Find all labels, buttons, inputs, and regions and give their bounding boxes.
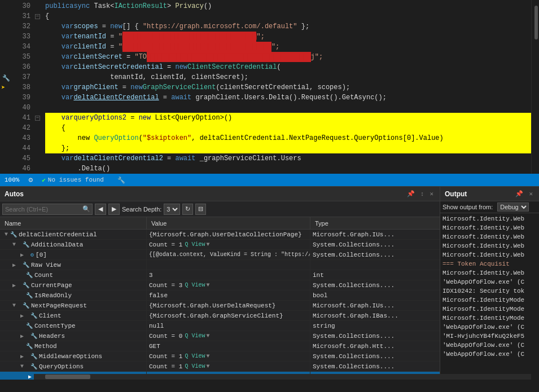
- bottom-panel: Autos 📌 ↕ ✕ 🔍 ◀ ▶ Search Depth: 3 1 2 4 …: [0, 186, 539, 380]
- search-input[interactable]: [3, 206, 81, 213]
- prop-icon: 🔧: [26, 323, 33, 329]
- expand-icon[interactable]: ▼: [2, 231, 10, 237]
- line-numbers: 30 31 32 33 34 35 36 37 38 39 40 41 42 4…: [11, 0, 35, 174]
- pin-output-icon[interactable]: 📌: [514, 190, 525, 198]
- unpin-icon[interactable]: ↕: [419, 190, 426, 198]
- obj-icon: ⊙: [30, 252, 34, 258]
- build-icon: 🔧: [117, 177, 125, 184]
- table-row[interactable]: ▶🔧Client {Microsoft.Graph.GraphServiceCl…: [0, 311, 440, 321]
- back-button[interactable]: ◀: [95, 204, 106, 215]
- editor-scrollbar[interactable]: [531, 0, 539, 174]
- expand-icon[interactable]: ▶: [18, 312, 26, 319]
- table-row[interactable]: ▼🔧QueryOptions Count = 1Q View▼ System.C…: [0, 362, 440, 372]
- panel-actions: 📌 ↕ ✕: [405, 190, 435, 198]
- prop-icon: 🔧: [10, 231, 17, 238]
- prop-icon: 🔧: [26, 272, 33, 279]
- output-line: Microsoft.Identity.Web: [442, 214, 537, 223]
- expand-icon[interactable]: ▼: [18, 363, 26, 369]
- output-line: 'MI-HvjuhcYB4fKuQ2keF5: [442, 332, 537, 341]
- autos-table-body[interactable]: ▼🔧deltaClientCredential {Microsoft.Graph…: [0, 230, 440, 380]
- view-link[interactable]: Q View: [185, 353, 205, 359]
- output-line: Microsoft.IdentityMode: [442, 305, 537, 314]
- collapse-column: − −: [35, 0, 43, 174]
- table-row[interactable]: ▼🔧AdditionalData Count = 1Q View▼ System…: [0, 240, 440, 250]
- col-name: Name: [0, 217, 147, 229]
- output-title: Output: [445, 190, 467, 198]
- output-line: 'WebAppOfoFlow.exe' (C: [442, 323, 537, 332]
- output-source-select[interactable]: Debug Build Output: [497, 202, 529, 212]
- prop-icon: 🔧: [23, 302, 29, 309]
- output-line: Microsoft.IdentityMode: [442, 296, 537, 305]
- expand-icon[interactable]: ▼: [10, 302, 18, 309]
- search-magnifier-icon: 🔍: [81, 205, 92, 213]
- prop-icon: 🔧: [30, 312, 37, 319]
- output-source-row: Show output from: Debug Build Output: [440, 201, 539, 213]
- prop-icon: 🔧: [30, 333, 37, 340]
- depth-select[interactable]: 3 1 2 4 5: [164, 204, 180, 215]
- forward-button[interactable]: ▶: [108, 204, 120, 215]
- output-panel-header: Output 📌 ✕: [440, 187, 539, 201]
- table-row[interactable]: ▶🔧CurrentPage Count = 3Q View▼ System.Co…: [0, 280, 440, 290]
- table-header: Name Value Type: [0, 217, 440, 230]
- view-link[interactable]: Q View: [185, 282, 205, 288]
- expand-icon[interactable]: ▶: [18, 252, 26, 258]
- collapse-31[interactable]: −: [35, 14, 40, 19]
- check-icon: ✔: [42, 177, 46, 184]
- table-row[interactable]: ▶⊙[0] {[@odata.context, ValueKind = Stri…: [0, 250, 440, 260]
- show-label: Show output from:: [442, 204, 493, 210]
- collapse-41[interactable]: −: [35, 116, 40, 121]
- table-row[interactable]: ▶🔧MiddlewareOptions Count = 1Q View▼ Sys…: [0, 351, 440, 362]
- expand-icon[interactable]: ▶: [10, 262, 18, 268]
- expand-icon[interactable]: ▶: [26, 373, 34, 380]
- dropdown-icon[interactable]: ▼: [206, 282, 209, 288]
- expand-icon[interactable]: ▶: [18, 353, 26, 360]
- autos-title: Autos: [5, 190, 24, 198]
- output-line: Microsoft.Identity.Web: [442, 223, 537, 232]
- autos-panel-header: Autos 📌 ↕ ✕: [0, 187, 440, 201]
- table-row[interactable]: ▼🔧NextPageRequest {Microsoft.Graph.UserD…: [0, 301, 440, 311]
- col-value: Value: [147, 217, 310, 229]
- output-line: Microsoft.Identity.Web: [442, 241, 537, 250]
- output-line: Microsoft.Identity.Web: [442, 232, 537, 241]
- prop-icon: 🔧: [26, 292, 33, 299]
- table-row[interactable]: ▶🔧Count 3 int: [0, 270, 440, 280]
- prop-icon: 🔧: [23, 241, 29, 248]
- prop-icon: 🔧: [30, 363, 37, 370]
- view-link[interactable]: Q View: [185, 333, 205, 339]
- table-row[interactable]: ▼🔧deltaClientCredential {Microsoft.Graph…: [0, 230, 440, 240]
- expand-icon[interactable]: ▶: [10, 282, 18, 289]
- issues-indicator: ✔ No issues found: [42, 177, 104, 184]
- table-row[interactable]: ▶🔧Raw View: [0, 260, 440, 270]
- expand-icon[interactable]: ▼: [10, 241, 18, 248]
- prop-icon: 🔧: [30, 353, 37, 360]
- dropdown-icon[interactable]: ▼: [206, 241, 209, 248]
- search-wrapper[interactable]: 🔍: [2, 204, 93, 215]
- pin-icon[interactable]: 📌: [405, 190, 417, 198]
- code-content: public async Task<IActionResult> Privacy…: [43, 0, 531, 174]
- dropdown-icon[interactable]: ▼: [206, 333, 209, 339]
- table-row[interactable]: ▶🔧ContentType null string: [0, 321, 440, 331]
- collapse-all-icon[interactable]: ⊟: [195, 204, 206, 215]
- view-link[interactable]: Q View: [185, 241, 205, 248]
- expand-icon[interactable]: ▶: [18, 333, 26, 340]
- table-row[interactable]: ▶🔧IsReadOnly false bool: [0, 290, 440, 301]
- dropdown-icon[interactable]: ▼: [206, 353, 209, 359]
- dropdown-icon[interactable]: ▼: [206, 363, 209, 369]
- output-line: 'WebAppOfoFlow.exe' (C: [442, 341, 537, 350]
- settings-icon[interactable]: ⚙: [28, 175, 33, 184]
- table-row[interactable]: ▶🔧Method GET Microsoft.Graph.Htt...: [0, 341, 440, 351]
- breakpoint-column: 🔧 ➤: [0, 0, 11, 174]
- refresh-icon[interactable]: ↻: [182, 204, 193, 215]
- view-link[interactable]: Q View: [185, 363, 205, 369]
- code-editor: 🔧 ➤ 30 31 32 33 34 35 36 37 38 39 40 41: [0, 0, 539, 186]
- prop-icon: 🔧: [23, 282, 29, 289]
- prop-icon: 🔧: [23, 262, 29, 268]
- zoom-level: 100%: [5, 177, 19, 183]
- table-row[interactable]: ▶🔧Headers Count = 0Q View▼ System.Collec…: [0, 331, 440, 341]
- output-line: 'WebAppOfoFlow.exe' (C: [442, 278, 537, 287]
- autos-panel: Autos 📌 ↕ ✕ 🔍 ◀ ▶ Search Depth: 3 1 2 4 …: [0, 187, 440, 380]
- output-line: Microsoft.IdentityMode: [442, 314, 537, 323]
- output-panel: Output 📌 ✕ Show output from: Debug Build…: [440, 187, 539, 380]
- close-output-icon[interactable]: ✕: [527, 190, 534, 198]
- close-panel-icon[interactable]: ✕: [428, 190, 435, 198]
